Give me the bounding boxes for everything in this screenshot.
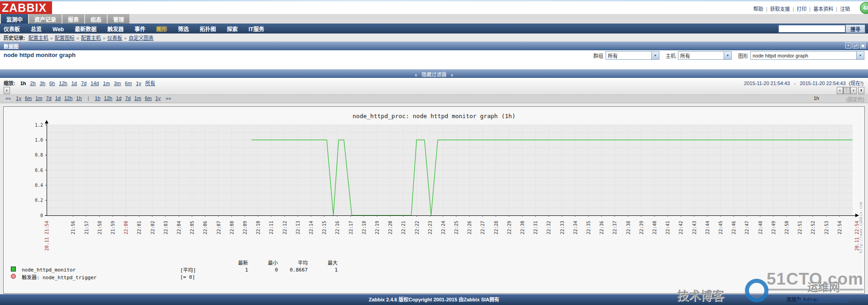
- top-link-4[interactable]: 基本资料: [813, 6, 833, 12]
- sub-tab-3[interactable]: Web: [52, 26, 64, 33]
- svg-text:21:57: 21:57: [84, 221, 89, 234]
- zoom-option-7d[interactable]: 7d: [81, 81, 86, 86]
- top-link-3[interactable]: 打印: [796, 6, 806, 12]
- fixed-label[interactable]: (固定的): [846, 95, 864, 103]
- svg-text:21:59: 21:59: [110, 221, 115, 234]
- nav-left-1m[interactable]: 1m: [35, 95, 42, 101]
- nav-right-1d[interactable]: 1d: [116, 95, 121, 101]
- main-tab-3[interactable]: 报表: [62, 14, 84, 24]
- zoom-option-3m[interactable]: 3m: [114, 81, 121, 86]
- zoom-option-1h[interactable]: 1h: [20, 81, 26, 86]
- nav-next[interactable]: »»: [166, 95, 171, 101]
- graph-canvas[interactable]: 1.21.00.80.60.40.2021:5621:5721:5821:592…: [4, 120, 863, 256]
- svg-text:22:41: 22:41: [665, 221, 670, 234]
- group-label: 群组: [593, 52, 603, 59]
- nav-left-7d[interactable]: 7d: [46, 95, 52, 101]
- legend-header-row: 最新最小平均最大: [11, 259, 338, 266]
- zoom-option-1d[interactable]: 1d: [72, 81, 77, 86]
- sub-tab-11[interactable]: IT服务: [248, 26, 264, 33]
- sub-tab-10[interactable]: 探索: [227, 26, 238, 33]
- date-from-link[interactable]: 2015-11-20 21:54:43: [744, 81, 790, 86]
- nav-prev[interactable]: ««: [5, 95, 11, 101]
- svg-text:22:39: 22:39: [639, 221, 644, 234]
- nav-left-12h[interactable]: 12h: [64, 95, 72, 101]
- fullscreen-icon[interactable]: ▣: [860, 43, 866, 48]
- graph-select[interactable]: node httpd monitor graph ▼: [750, 51, 864, 60]
- scroll-forward-button[interactable]: ›: [858, 87, 864, 94]
- scrollbar-left-arrow[interactable]: ‹: [837, 87, 843, 94]
- filter-toggle[interactable]: ∧ 隐藏过滤器 ∧: [0, 69, 868, 78]
- history-link-2[interactable]: 配置图标: [55, 35, 75, 41]
- nav-right-12h[interactable]: 12h: [104, 95, 112, 101]
- notification-badge[interactable]: 44: [860, 2, 868, 14]
- history-link-3[interactable]: 配置主机: [81, 35, 101, 41]
- nav-divider: |: [88, 95, 89, 101]
- zoom-option-所有[interactable]: 所有: [145, 81, 155, 86]
- svg-text:22:49: 22:49: [771, 221, 776, 234]
- nav-left-1y[interactable]: 1y: [16, 95, 21, 101]
- svg-text:22:15: 22:15: [322, 221, 327, 234]
- top-link-5[interactable]: 注销: [840, 6, 850, 12]
- zoom-option-6h[interactable]: 6h: [49, 81, 55, 86]
- zoom-option-3h[interactable]: 3h: [40, 81, 45, 86]
- date-to-link[interactable]: 2015-11-20 22:54:43: [800, 81, 845, 86]
- sub-tab-2[interactable]: 总览: [31, 26, 42, 33]
- chevron-down-icon: ▼: [856, 52, 864, 59]
- top-link-1[interactable]: 帮助: [754, 6, 763, 12]
- sub-tab-5[interactable]: 触发器: [107, 26, 124, 33]
- history-link-1[interactable]: 配置主机: [29, 35, 48, 41]
- main-tab-1[interactable]: 监测中: [1, 14, 28, 24]
- nav-left-1d[interactable]: 1d: [55, 95, 61, 101]
- svg-text:20.11 21:54: 20.11 21:54: [44, 221, 49, 251]
- scrollbar-handle[interactable]: [843, 87, 850, 94]
- scrollbar-right-arrow[interactable]: ›: [850, 87, 857, 94]
- nav-right-1y[interactable]: 1y: [155, 95, 161, 101]
- zoom-option-2h[interactable]: 2h: [30, 81, 36, 86]
- host-select-value: 所有: [678, 52, 724, 59]
- nav-left-1h[interactable]: 1h: [76, 95, 81, 101]
- search-button[interactable]: 搜寻: [845, 24, 865, 33]
- sub-tab-4[interactable]: 最新数据: [75, 26, 96, 33]
- favourites-plus-icon[interactable]: +: [845, 43, 851, 48]
- scroll-left-button[interactable]: ‹: [4, 87, 10, 94]
- history-link-5[interactable]: 自定义图表: [129, 35, 153, 41]
- sub-tab-6[interactable]: 事件: [134, 26, 145, 33]
- sub-menu: 仪表板总览Web最新数据触发器事件图形筛选拓扑图探索IT服务 搜寻: [0, 24, 868, 33]
- group-select[interactable]: 所有 ▼: [606, 51, 659, 60]
- nav-right-7d[interactable]: 7d: [125, 95, 130, 101]
- history-link-4[interactable]: 仪表板: [107, 35, 122, 41]
- sub-tab-8[interactable]: 筛选: [178, 26, 189, 33]
- breadcrumb-separator: »: [76, 35, 79, 41]
- nav-right-1m[interactable]: 1m: [134, 95, 141, 101]
- zoom-option-1y[interactable]: 1y: [136, 81, 141, 86]
- refresh-icon[interactable]: ⇄: [853, 43, 858, 48]
- main-tab-2[interactable]: 资产记录: [29, 14, 62, 24]
- top-link-separator: |: [809, 6, 811, 12]
- legend-column-3: 平均: [278, 259, 308, 266]
- graph-legend: 最新最小平均最大node_httpd_monitor[平均]100.86671触…: [11, 259, 338, 281]
- host-select[interactable]: 所有 ▼: [678, 51, 732, 60]
- zoom-option-14d[interactable]: 14d: [91, 81, 99, 86]
- breadcrumb-separator: »: [50, 35, 53, 41]
- search-input[interactable]: [778, 25, 845, 33]
- trigger-color-swatch: [11, 274, 16, 279]
- date-separator: -: [794, 81, 796, 86]
- main-tab-5[interactable]: 管理: [108, 14, 129, 24]
- zoom-option-1m[interactable]: 1m: [103, 81, 110, 86]
- svg-text:22:13: 22:13: [296, 221, 300, 234]
- top-link-2[interactable]: 获取支援: [770, 6, 790, 12]
- nav-right-links: 1h12h1d7d1m6m1y: [93, 95, 162, 101]
- nav-right-1h[interactable]: 1h: [95, 95, 100, 101]
- main-tab-4[interactable]: 组态: [85, 14, 107, 24]
- zoom-option-12h[interactable]: 12h: [59, 81, 67, 86]
- svg-text:22:03: 22:03: [163, 221, 168, 234]
- sub-tab-7[interactable]: 图形: [156, 26, 167, 33]
- sub-tab-9[interactable]: 拓扑图: [200, 26, 216, 33]
- svg-text:22:50: 22:50: [784, 221, 789, 234]
- chart-title: node_httpd_proc: node httpd monitor grap…: [4, 107, 864, 119]
- sub-tab-1[interactable]: 仪表板: [4, 26, 20, 33]
- history-label: 历史记录:: [4, 35, 25, 41]
- nav-left-6m[interactable]: 6m: [25, 95, 32, 101]
- zoom-option-6m[interactable]: 6m: [125, 81, 132, 86]
- nav-right-6m[interactable]: 6m: [145, 95, 152, 101]
